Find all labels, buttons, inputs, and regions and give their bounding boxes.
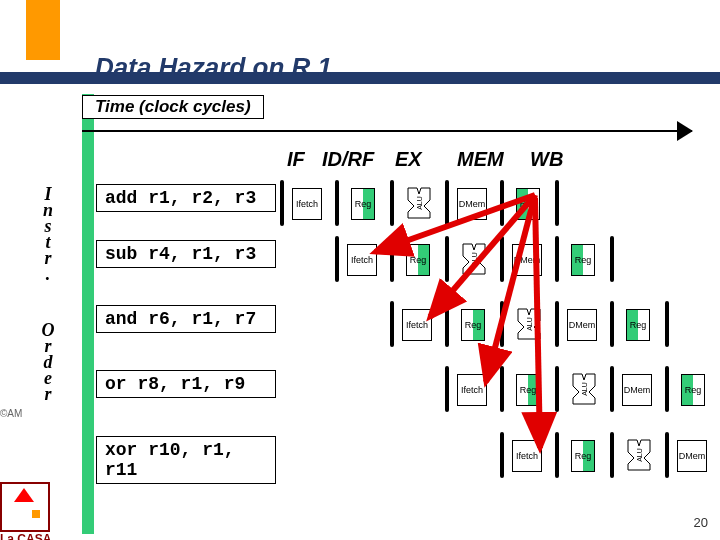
time-axis-line	[82, 130, 692, 132]
stage-alu: ALU	[406, 186, 432, 220]
stage-ifetch: Ifetch	[347, 244, 377, 276]
svg-text:ALU: ALU	[416, 196, 423, 210]
stage-reg-read: Reg	[461, 309, 485, 341]
stage-alu: ALU	[461, 242, 487, 276]
vlabel-order: Order	[37, 320, 58, 400]
logo-dot-icon	[32, 510, 40, 518]
logo-text: La.CASA	[0, 532, 51, 540]
stage-dmem: DMem	[622, 374, 652, 406]
pipe-row-1: IfetchRegALUDMemReg	[282, 184, 572, 222]
stage-dmem: DMem	[677, 440, 707, 472]
instr-add: add r1, r2, r3	[96, 184, 276, 212]
svg-text:ALU: ALU	[581, 382, 588, 396]
stage-reg-read: Reg	[516, 374, 540, 406]
svg-text:ALU: ALU	[471, 252, 478, 266]
vlabel-instr: Instr.	[37, 184, 58, 280]
pipe-row-4: IfetchRegALUDMemReg	[447, 370, 720, 408]
stage-label-idrf: ID/RF	[322, 148, 374, 171]
stage-alu: ALU	[571, 372, 597, 406]
svg-line-7	[486, 195, 535, 382]
stage-reg-read: Reg	[406, 244, 430, 276]
stage-ifetch: Ifetch	[292, 188, 322, 220]
stage-alu: ALU	[626, 438, 652, 472]
stage-ifetch: Ifetch	[457, 374, 487, 406]
stage-dmem: DMem	[457, 188, 487, 220]
copyright: ©AM	[0, 408, 22, 419]
lacasa-logo: La.CASA	[0, 482, 50, 532]
page-number: 20	[694, 515, 708, 530]
stage-reg-read: Reg	[571, 440, 595, 472]
pipe-row-2: IfetchRegALUDMemReg	[337, 240, 627, 278]
page-title: Data Hazard on R 1	[95, 52, 332, 83]
instr-sub: sub r4, r1, r3	[96, 240, 276, 268]
instr-and: and r6, r1, r7	[96, 305, 276, 333]
stage-dmem: DMem	[567, 309, 597, 341]
stage-alu: ALU	[516, 307, 542, 341]
stage-reg-read: Reg	[351, 188, 375, 220]
stage-label-if: IF	[287, 148, 305, 171]
stage-label-ex: EX	[395, 148, 422, 171]
logo-roof-icon	[14, 488, 34, 502]
accent-orange-bar	[26, 0, 60, 60]
stage-reg-write: Reg	[571, 244, 595, 276]
stage-reg-write: Reg	[681, 374, 705, 406]
pipe-row-3: IfetchRegALUDMemReg	[392, 305, 682, 343]
stage-label-wb: WB	[530, 148, 563, 171]
instr-xor: xor r10, r1, r11	[96, 436, 276, 484]
svg-text:ALU: ALU	[636, 448, 643, 462]
time-axis-arrowhead	[677, 121, 693, 141]
stage-reg-write: Reg	[516, 188, 540, 220]
svg-text:ALU: ALU	[526, 317, 533, 331]
stage-label-mem: MEM	[457, 148, 504, 171]
stage-ifetch: Ifetch	[402, 309, 432, 341]
accent-green-bar	[82, 94, 94, 534]
time-axis-label: Time (clock cycles)	[82, 95, 264, 119]
stage-dmem: DMem	[512, 244, 542, 276]
instr-or: or r8, r1, r9	[96, 370, 276, 398]
stage-ifetch: Ifetch	[512, 440, 542, 472]
stage-reg-write: Reg	[626, 309, 650, 341]
pipe-row-5: IfetchRegALUDMemReg	[502, 436, 720, 474]
